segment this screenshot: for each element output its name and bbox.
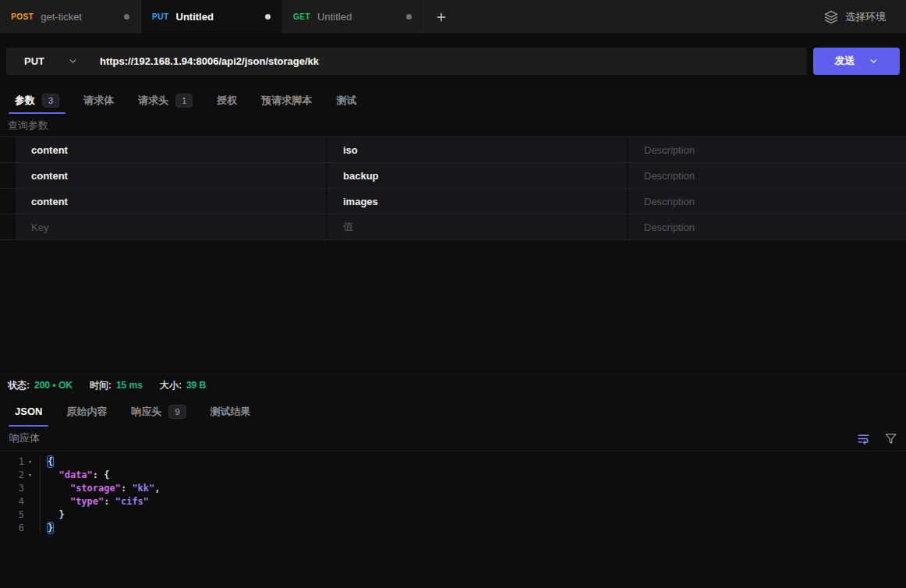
tab-authorization[interactable]: 授权 <box>208 87 246 114</box>
response-body-label: 响应体 <box>9 431 40 445</box>
tab-json[interactable]: JSON <box>6 397 51 427</box>
size-item: 大小: 39 B <box>160 379 206 392</box>
editor-gutter: 6 <box>0 522 41 535</box>
code-content: { <box>41 455 53 469</box>
editor-gutter: 1▾ <box>0 455 41 469</box>
size-value: 39 B <box>186 380 206 391</box>
code-token: "type" <box>70 496 104 507</box>
new-tab-button[interactable] <box>423 0 459 34</box>
tab-params[interactable]: 参数3 <box>6 87 68 114</box>
tab-raw[interactable]: 原始内容 <box>58 397 115 427</box>
tab-body[interactable]: 请求体 <box>75 87 122 114</box>
param-description-input-placeholder: Description <box>644 170 695 182</box>
method-selector[interactable]: PUT <box>6 55 100 67</box>
param-key-input[interactable]: content <box>16 137 326 162</box>
fold-toggle-icon[interactable]: ▾ <box>24 455 36 469</box>
param-description-input-placeholder: Description <box>644 221 695 233</box>
code-line: 5 } <box>0 508 906 522</box>
param-value-input[interactable]: 值 <box>326 214 627 239</box>
editor-gutter: 2▾ <box>0 469 41 482</box>
query-params-table: contentisoDescriptioncontentbackupDescri… <box>0 137 906 240</box>
code-token: : <box>93 469 104 480</box>
tab-label: 请求头 <box>138 94 168 108</box>
tab-title: get-ticket <box>41 11 117 23</box>
code-content: } <box>41 508 65 522</box>
tab-label: 请求体 <box>83 94 114 108</box>
param-description-input[interactable]: Description <box>627 189 906 214</box>
code-token <box>48 509 58 520</box>
code-token: } <box>48 522 53 533</box>
code-token: "cifs" <box>115 496 149 507</box>
tab-headers[interactable]: 响应头9 <box>122 397 194 427</box>
editor-gutter: 5 <box>0 508 41 522</box>
param-value-input[interactable]: iso <box>326 137 627 162</box>
size-label: 大小: <box>160 379 182 392</box>
param-key-input-value: content <box>31 196 68 207</box>
tab-badge: 3 <box>42 94 59 108</box>
row-handle <box>0 163 16 188</box>
tab-label: 原始内容 <box>66 405 107 419</box>
layers-icon <box>824 10 838 24</box>
code-token: "storage" <box>70 483 121 494</box>
param-description-input[interactable]: Description <box>627 137 906 162</box>
code-content: } <box>41 522 53 535</box>
code-line: 1▾{ <box>0 455 906 469</box>
request-tab-untitled-1[interactable]: PUTUntitled <box>141 0 282 34</box>
row-handle <box>0 137 16 162</box>
param-key-input-placeholder: Key <box>31 221 48 233</box>
code-content: "type": "cifs" <box>41 495 149 508</box>
tab-headers[interactable]: 请求头1 <box>129 87 201 114</box>
param-value-input-value: iso <box>343 144 358 156</box>
tab-badge: 1 <box>175 94 193 108</box>
request-tab-untitled-2[interactable]: GETUntitled <box>282 0 423 34</box>
code-content: "storage": "kk", <box>41 482 161 495</box>
tab-pre-request-script[interactable]: 预请求脚本 <box>253 87 320 114</box>
tab-title: Untitled <box>317 11 399 23</box>
param-description-input[interactable]: Description <box>627 214 906 239</box>
code-token: "kk" <box>132 483 154 494</box>
filter-icon <box>885 433 897 445</box>
url-input[interactable] <box>100 55 807 67</box>
param-value-input-value: backup <box>343 170 379 182</box>
line-number: 6 <box>12 522 24 535</box>
editor-gutter: 4 <box>0 495 41 508</box>
tab-label: 响应头 <box>131 405 161 419</box>
param-description-input[interactable]: Description <box>627 163 906 188</box>
tab-test-results[interactable]: 测试结果 <box>202 397 260 427</box>
tab-method-label: PUT <box>152 12 169 21</box>
status-value: 200 • OK <box>34 380 73 391</box>
environment-selector[interactable]: 选择环境 <box>804 0 906 34</box>
tab-title: Untitled <box>176 11 259 23</box>
param-row: contentisoDescription <box>0 137 906 163</box>
param-row: Key值Description <box>0 214 906 240</box>
param-key-input[interactable]: Key <box>16 214 326 239</box>
status-item: 状态: 200 • OK <box>8 379 73 392</box>
line-number: 2 <box>12 469 24 482</box>
param-key-input[interactable]: content <box>16 189 326 214</box>
tab-label: 参数 <box>15 94 35 108</box>
request-tab-list: POSTget-ticketPUTUntitledGETUntitled <box>0 0 423 34</box>
chevron-down-icon <box>68 56 78 66</box>
code-token: } <box>58 509 64 520</box>
unsaved-dot-icon <box>265 14 271 19</box>
code-line: 3 "storage": "kk", <box>0 482 906 495</box>
tab-label: 测试结果 <box>211 405 251 419</box>
editor-gutter: 3 <box>0 482 41 495</box>
code-token <box>48 469 58 480</box>
plus-icon <box>435 11 448 23</box>
tab-label: 预请求脚本 <box>261 94 312 108</box>
method-label: PUT <box>24 55 44 67</box>
filter-button[interactable] <box>885 433 897 445</box>
response-json-viewer[interactable]: 1▾{2▾ "data": {3 "storage": "kk",4 "type… <box>0 452 906 588</box>
request-tab-get-ticket[interactable]: POSTget-ticket <box>0 0 141 34</box>
word-wrap-button[interactable] <box>857 432 870 445</box>
param-key-input[interactable]: content <box>16 163 326 188</box>
param-value-input-value: images <box>343 196 378 207</box>
fold-toggle-icon[interactable]: ▾ <box>24 469 36 482</box>
param-value-input[interactable]: backup <box>326 163 627 188</box>
tab-tests[interactable]: 测试 <box>327 87 365 114</box>
send-button[interactable]: 发送 <box>813 48 900 75</box>
status-label: 状态: <box>8 379 30 392</box>
code-token <box>48 483 70 494</box>
param-value-input[interactable]: images <box>326 189 627 214</box>
